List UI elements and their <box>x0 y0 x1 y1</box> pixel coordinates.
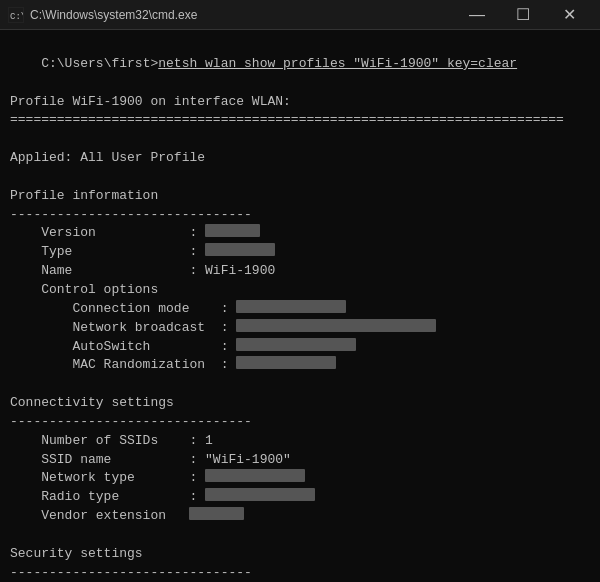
cmd-icon: C:\ <box>8 7 24 23</box>
security-header: Security settings <box>10 545 590 564</box>
blank-line-2 <box>10 168 590 187</box>
command-line: C:\Users\first>netsh wlan show profiles … <box>10 36 590 93</box>
blank-line-3 <box>10 375 590 394</box>
applied-line: Applied: All User Profile <box>10 149 590 168</box>
title-bar-left: C:\ C:\Windows\system32\cmd.exe <box>8 7 197 23</box>
close-button[interactable]: ✕ <box>546 0 592 30</box>
name-row: Name : WiFi-1900 <box>10 262 590 281</box>
command-text: netsh wlan show profiles "WiFi-1900" key… <box>158 56 517 71</box>
connectivity-header: Connectivity settings <box>10 394 590 413</box>
network-broadcast-value <box>236 319 436 332</box>
connection-mode-value <box>236 300 346 313</box>
type-label: Type : <box>10 243 205 262</box>
version-row: Version : <box>10 224 590 243</box>
radio-type-label: Radio type : <box>10 488 205 507</box>
version-value <box>205 224 260 237</box>
network-broadcast-label: Network broadcast : <box>10 319 236 338</box>
maximize-button[interactable]: ☐ <box>500 0 546 30</box>
mac-randomization-value <box>236 356 336 369</box>
profile-dashes: ------------------------------- <box>10 206 590 225</box>
control-options-label: Control options <box>10 281 590 300</box>
name-value: WiFi-1900 <box>205 262 275 281</box>
autoswitch-row: AutoSwitch : <box>10 338 590 357</box>
connection-mode-row: Connection mode : <box>10 300 590 319</box>
window-title: C:\Windows\system32\cmd.exe <box>30 8 197 22</box>
num-ssids-value: 1 <box>205 432 213 451</box>
blank-line-4 <box>10 526 590 545</box>
radio-type-value <box>205 488 315 501</box>
num-ssids-row: Number of SSIDs : 1 <box>10 432 590 451</box>
divider-line: ========================================… <box>10 111 590 130</box>
ssid-name-value: "WiFi-1900" <box>205 451 291 470</box>
network-type-label: Network type : <box>10 469 205 488</box>
security-dashes: ------------------------------- <box>10 564 590 582</box>
vendor-extension-row: Vendor extension <box>10 507 590 526</box>
terminal-content: C:\Users\first>netsh wlan show profiles … <box>0 30 600 582</box>
network-type-value <box>205 469 305 482</box>
profile-line: Profile WiFi-1900 on interface WLAN: <box>10 93 590 112</box>
mac-randomization-row: MAC Randomization : <box>10 356 590 375</box>
num-ssids-label: Number of SSIDs : <box>10 432 205 451</box>
window-controls: — ☐ ✕ <box>454 0 592 30</box>
radio-type-row: Radio type : <box>10 488 590 507</box>
name-label: Name : <box>10 262 205 281</box>
mac-randomization-label: MAC Randomization : <box>10 356 236 375</box>
svg-text:C:\: C:\ <box>10 12 23 22</box>
autoswitch-value <box>236 338 356 351</box>
profile-info-header: Profile information <box>10 187 590 206</box>
vendor-extension-label: Vendor extension <box>10 507 189 526</box>
network-type-row: Network type : <box>10 469 590 488</box>
connection-mode-label: Connection mode : <box>10 300 236 319</box>
title-bar: C:\ C:\Windows\system32\cmd.exe — ☐ ✕ <box>0 0 600 30</box>
blank-line-1 <box>10 130 590 149</box>
network-broadcast-row: Network broadcast : <box>10 319 590 338</box>
ssid-name-row: SSID name : "WiFi-1900" <box>10 451 590 470</box>
type-value <box>205 243 275 256</box>
vendor-extension-value <box>189 507 244 520</box>
type-row: Type : <box>10 243 590 262</box>
minimize-button[interactable]: — <box>454 0 500 30</box>
autoswitch-label: AutoSwitch : <box>10 338 236 357</box>
ssid-name-label: SSID name : <box>10 451 205 470</box>
prompt: C:\Users\first> <box>41 56 158 71</box>
version-label: Version : <box>10 224 205 243</box>
connectivity-dashes: ------------------------------- <box>10 413 590 432</box>
